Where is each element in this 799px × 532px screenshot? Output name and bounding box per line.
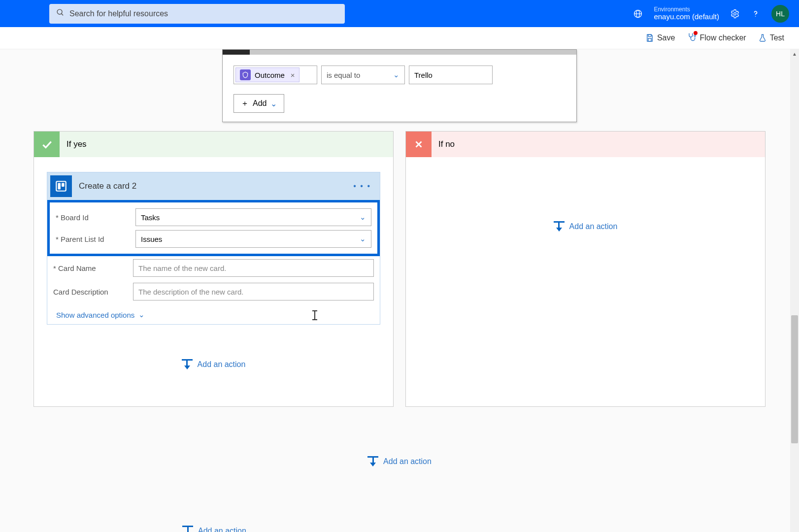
condition-header: [223, 50, 576, 55]
svg-rect-8: [648, 38, 651, 41]
if-no-header: If no: [406, 132, 765, 157]
action-header[interactable]: Create a card 2 • • •: [47, 172, 380, 200]
avatar[interactable]: HL: [771, 5, 789, 23]
search-icon: [56, 8, 65, 19]
help-icon[interactable]: [751, 9, 761, 19]
save-button[interactable]: Save: [645, 33, 675, 42]
environment-label: Environments: [654, 6, 719, 13]
outcome-token[interactable]: Outcome ×: [235, 67, 300, 82]
card-description-input[interactable]: [133, 283, 374, 300]
insert-step-icon: [367, 456, 378, 466]
svg-rect-7: [648, 34, 651, 36]
create-card-action: Create a card 2 • • • Board Id Tasks ⌄: [47, 172, 380, 325]
svg-point-0: [57, 9, 62, 14]
card-name-label: Card Name: [53, 264, 127, 272]
card-description-label: Card Description: [53, 288, 127, 296]
designer-toolbar: Save Flow checker Test: [0, 27, 799, 49]
if-yes-header: If yes: [34, 132, 393, 157]
svg-rect-11: [58, 183, 61, 190]
add-action-bottom[interactable]: Add an action: [182, 526, 799, 532]
if-yes-branch: If yes Create a card 2 • • • Board: [33, 131, 394, 407]
add-condition-button[interactable]: ＋ Add ⌄: [233, 94, 284, 113]
text-cursor-icon: [314, 310, 315, 320]
parent-list-select[interactable]: Issues ⌄: [135, 230, 371, 248]
token-icon: [240, 69, 251, 80]
chevron-down-icon: ⌄: [393, 70, 400, 79]
show-advanced-options[interactable]: Show advanced options ⌄: [47, 303, 380, 324]
parent-list-label: Parent List Id: [56, 235, 130, 243]
condition-value-input[interactable]: Trello: [409, 66, 493, 84]
card-name-input[interactable]: [133, 259, 374, 277]
add-action-after-condition[interactable]: Add an action: [0, 456, 799, 466]
settings-icon[interactable]: [730, 9, 740, 19]
remove-token-icon[interactable]: ×: [289, 71, 295, 79]
close-icon: [406, 132, 432, 157]
insert-step-icon: [182, 526, 193, 532]
chevron-down-icon: ⌄: [360, 234, 366, 243]
add-action-no[interactable]: Add an action: [415, 221, 756, 232]
svg-point-9: [694, 35, 696, 36]
check-icon: [34, 132, 60, 157]
svg-rect-10: [56, 181, 66, 191]
trello-icon: [50, 175, 72, 197]
condition-left-operand[interactable]: Outcome ×: [233, 66, 317, 84]
svg-rect-12: [62, 183, 64, 187]
if-no-branch: If no Add an action: [405, 131, 766, 407]
condition-operator-select[interactable]: is equal to ⌄: [321, 66, 405, 84]
error-indicator-icon: [694, 31, 698, 35]
environment-picker[interactable]: Environments enayu.com (default): [654, 6, 719, 21]
board-id-select[interactable]: Tasks ⌄: [135, 208, 371, 226]
search-input[interactable]: [69, 9, 338, 18]
environment-icon[interactable]: [633, 9, 643, 19]
chevron-down-icon: ⌄: [360, 213, 366, 222]
insert-step-icon: [182, 359, 193, 369]
highlighted-fields: Board Id Tasks ⌄ Parent List Id Issues: [47, 200, 380, 256]
scroll-up-icon[interactable]: ▲: [790, 49, 799, 58]
board-id-label: Board Id: [56, 213, 130, 222]
flow-checker-button[interactable]: Flow checker: [687, 32, 746, 44]
svg-point-5: [734, 12, 736, 15]
test-button[interactable]: Test: [758, 33, 784, 42]
scrollbar-thumb[interactable]: [791, 315, 798, 443]
svg-line-1: [62, 14, 64, 16]
insert-step-icon: [554, 221, 565, 232]
condition-card: Outcome × is equal to ⌄ Trello ＋ Add ⌄: [222, 49, 577, 122]
flow-canvas[interactable]: Outcome × is equal to ⌄ Trello ＋ Add ⌄: [0, 49, 799, 532]
top-bar: Environments enayu.com (default) HL: [0, 0, 799, 27]
plus-icon: ＋: [241, 99, 249, 109]
environment-name: enayu.com (default): [654, 13, 719, 21]
action-menu-button[interactable]: • • •: [344, 182, 380, 191]
add-action-yes[interactable]: Add an action: [43, 359, 384, 369]
chevron-down-icon: ⌄: [138, 310, 145, 319]
svg-point-6: [755, 16, 756, 17]
vertical-scrollbar[interactable]: ▲: [790, 49, 799, 532]
search-box[interactable]: [49, 4, 345, 24]
chevron-down-icon: ⌄: [270, 99, 277, 108]
